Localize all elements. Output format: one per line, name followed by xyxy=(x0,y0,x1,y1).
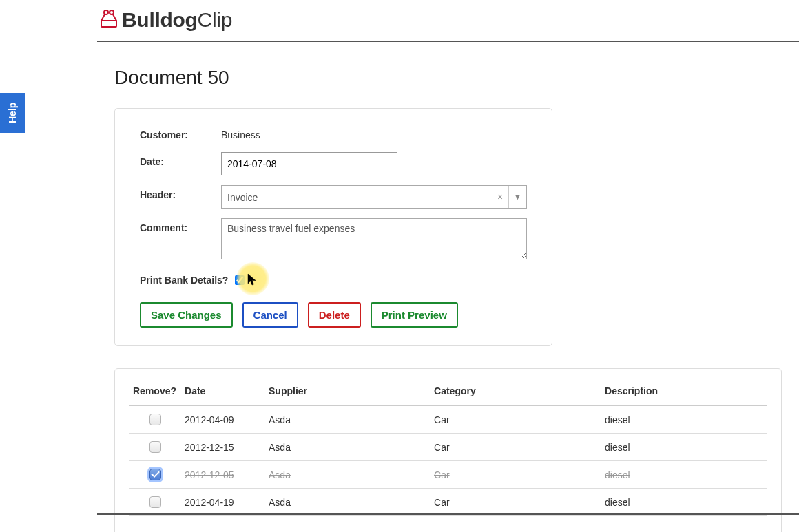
document-form-card: Customer: Business Date: Header: Invoice… xyxy=(114,108,552,346)
chevron-down-icon[interactable]: ▼ xyxy=(508,186,526,208)
customer-value: Business xyxy=(221,125,260,142)
cell-date: 2012-04-09 xyxy=(180,405,264,434)
col-category: Category xyxy=(430,381,601,405)
cell-description: diesel xyxy=(601,405,767,434)
col-remove: Remove? xyxy=(129,381,180,405)
cursor-icon xyxy=(247,273,258,289)
help-tab[interactable]: Help xyxy=(0,93,25,133)
cell-description: diesel xyxy=(601,461,767,489)
cell-supplier: Asda xyxy=(264,405,430,434)
table-row: 2012-04-19AsdaCardiesel xyxy=(129,489,767,516)
cancel-button[interactable]: Cancel xyxy=(242,302,298,328)
table-row: 2012-12-15AsdaCardiesel xyxy=(129,434,767,461)
page-title: Document 50 xyxy=(114,67,782,89)
header-bar: BulldogClip xyxy=(97,0,799,42)
table-row: 2012-04-09AsdaCardiesel xyxy=(129,405,767,434)
app-logo: BulldogClip xyxy=(97,8,232,31)
header-select-text: Invoice xyxy=(222,186,492,208)
cell-description: diesel xyxy=(601,434,767,461)
logo-bold: Bulldog xyxy=(122,8,198,31)
cell-supplier: Asda xyxy=(264,434,430,461)
line-items-card: Remove? Date Supplier Category Descripti… xyxy=(114,368,782,532)
table-row: 2012-12-05AsdaCardiesel xyxy=(129,461,767,489)
cell-date: 2012-12-05 xyxy=(180,461,264,489)
remove-checkbox[interactable] xyxy=(149,469,161,480)
col-date: Date xyxy=(180,381,264,405)
comment-label: Comment: xyxy=(140,218,221,235)
delete-button[interactable]: Delete xyxy=(308,302,361,328)
cell-category: Car xyxy=(430,461,601,489)
header-select[interactable]: Invoice × ▼ xyxy=(221,185,527,209)
cell-supplier: Asda xyxy=(264,461,430,489)
comment-textarea[interactable] xyxy=(221,218,527,259)
cell-category: Car xyxy=(430,405,601,434)
header-label: Header: xyxy=(140,185,221,202)
footer-divider xyxy=(97,513,799,515)
save-button[interactable]: Save Changes xyxy=(140,302,233,328)
col-supplier: Supplier xyxy=(264,381,430,405)
remove-checkbox[interactable] xyxy=(149,441,161,453)
cell-supplier: Asda xyxy=(264,489,430,516)
customer-label: Customer: xyxy=(140,125,221,142)
date-label: Date: xyxy=(140,152,221,169)
remove-checkbox[interactable] xyxy=(149,414,161,425)
date-input[interactable] xyxy=(221,152,397,175)
print-preview-button[interactable]: Print Preview xyxy=(371,302,458,328)
clip-icon xyxy=(97,8,121,34)
clear-icon[interactable]: × xyxy=(492,186,508,208)
bank-details-checkbox[interactable] xyxy=(235,275,245,285)
cell-date: 2012-04-19 xyxy=(180,489,264,516)
cell-category: Car xyxy=(430,489,601,516)
cell-category: Car xyxy=(430,434,601,461)
cell-date: 2012-12-15 xyxy=(180,434,264,461)
col-description: Description xyxy=(601,381,767,405)
remove-checkbox[interactable] xyxy=(149,496,161,508)
cell-description: diesel xyxy=(601,489,767,516)
bank-details-label: Print Bank Details? xyxy=(140,275,228,286)
svg-rect-2 xyxy=(101,21,116,27)
logo-thin: Clip xyxy=(198,8,232,31)
line-items-table: Remove? Date Supplier Category Descripti… xyxy=(129,381,767,516)
